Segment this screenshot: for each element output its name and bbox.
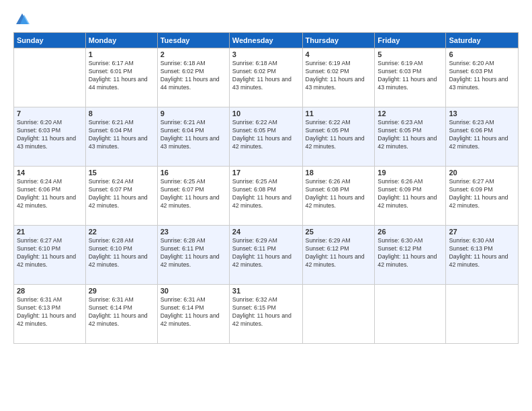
calendar-cell <box>302 285 375 344</box>
day-info: Sunrise: 6:21 AMSunset: 6:04 PMDaylight:… <box>89 119 154 151</box>
day-info: Sunrise: 6:17 AMSunset: 6:01 PMDaylight:… <box>89 60 154 92</box>
calendar-cell: 18Sunrise: 6:26 AMSunset: 6:08 PMDayligh… <box>302 167 375 226</box>
calendar-cell: 26Sunrise: 6:30 AMSunset: 6:12 PMDayligh… <box>375 226 446 285</box>
day-info: Sunrise: 6:30 AMSunset: 6:12 PMDaylight:… <box>378 237 443 269</box>
day-info: Sunrise: 6:25 AMSunset: 6:08 PMDaylight:… <box>232 178 300 210</box>
calendar-week-5: 28Sunrise: 6:31 AMSunset: 6:13 PMDayligh… <box>14 285 519 344</box>
day-info: Sunrise: 6:18 AMSunset: 6:02 PMDaylight:… <box>232 60 300 92</box>
day-number: 1 <box>89 50 154 58</box>
day-info: Sunrise: 6:22 AMSunset: 6:05 PMDaylight:… <box>306 119 372 151</box>
calendar-cell: 1Sunrise: 6:17 AMSunset: 6:01 PMDaylight… <box>85 48 157 107</box>
day-number: 14 <box>17 169 83 177</box>
day-info: Sunrise: 6:21 AMSunset: 6:04 PMDaylight:… <box>161 119 226 151</box>
day-number: 10 <box>232 109 300 118</box>
calendar-header-friday: Friday <box>375 33 446 48</box>
calendar-cell: 8Sunrise: 6:21 AMSunset: 6:04 PMDaylight… <box>85 107 157 167</box>
day-number: 19 <box>378 169 443 177</box>
calendar-cell: 10Sunrise: 6:22 AMSunset: 6:05 PMDayligh… <box>229 107 302 167</box>
day-number: 24 <box>232 228 300 236</box>
day-info: Sunrise: 6:31 AMSunset: 6:13 PMDaylight:… <box>17 296 83 328</box>
day-info: Sunrise: 6:31 AMSunset: 6:14 PMDaylight:… <box>89 296 154 328</box>
day-info: Sunrise: 6:31 AMSunset: 6:14 PMDaylight:… <box>161 296 226 328</box>
day-number: 15 <box>89 169 154 177</box>
calendar-cell: 24Sunrise: 6:29 AMSunset: 6:11 PMDayligh… <box>229 226 302 285</box>
day-number: 8 <box>89 109 154 118</box>
day-info: Sunrise: 6:24 AMSunset: 6:07 PMDaylight:… <box>89 178 154 210</box>
day-info: Sunrise: 6:26 AMSunset: 6:09 PMDaylight:… <box>378 178 443 210</box>
calendar-cell: 16Sunrise: 6:25 AMSunset: 6:07 PMDayligh… <box>157 167 229 226</box>
calendar-week-2: 7Sunrise: 6:20 AMSunset: 6:03 PMDaylight… <box>14 107 519 167</box>
calendar-cell: 14Sunrise: 6:24 AMSunset: 6:06 PMDayligh… <box>14 167 86 226</box>
calendar-cell: 12Sunrise: 6:23 AMSunset: 6:05 PMDayligh… <box>375 107 446 167</box>
day-number: 11 <box>306 109 372 118</box>
day-number: 31 <box>232 287 300 295</box>
calendar-header-wednesday: Wednesday <box>229 33 302 48</box>
day-number: 29 <box>89 287 154 295</box>
day-info: Sunrise: 6:20 AMSunset: 6:03 PMDaylight:… <box>17 119 83 151</box>
calendar-cell: 15Sunrise: 6:24 AMSunset: 6:07 PMDayligh… <box>85 167 157 226</box>
calendar-cell: 6Sunrise: 6:20 AMSunset: 6:03 PMDaylight… <box>446 48 519 107</box>
logo <box>13 12 30 26</box>
day-info: Sunrise: 6:23 AMSunset: 6:06 PMDaylight:… <box>449 119 515 151</box>
day-number: 7 <box>17 109 83 118</box>
calendar-cell: 9Sunrise: 6:21 AMSunset: 6:04 PMDaylight… <box>157 107 229 167</box>
calendar-cell <box>14 48 86 107</box>
calendar-cell <box>446 285 519 344</box>
calendar-table: SundayMondayTuesdayWednesdayThursdayFrid… <box>13 32 519 344</box>
day-info: Sunrise: 6:29 AMSunset: 6:11 PMDaylight:… <box>232 237 300 269</box>
logo-icon <box>15 12 30 27</box>
calendar-header-saturday: Saturday <box>446 33 519 48</box>
day-info: Sunrise: 6:28 AMSunset: 6:11 PMDaylight:… <box>161 237 226 269</box>
day-number: 30 <box>161 287 226 295</box>
day-info: Sunrise: 6:32 AMSunset: 6:15 PMDaylight:… <box>232 296 300 328</box>
page: SundayMondayTuesdayWednesdayThursdayFrid… <box>0 0 532 411</box>
day-number: 20 <box>449 169 515 177</box>
calendar-header-sunday: Sunday <box>14 33 86 48</box>
day-info: Sunrise: 6:27 AMSunset: 6:10 PMDaylight:… <box>17 237 83 269</box>
calendar-cell: 31Sunrise: 6:32 AMSunset: 6:15 PMDayligh… <box>229 285 302 344</box>
calendar-week-1: 1Sunrise: 6:17 AMSunset: 6:01 PMDaylight… <box>14 48 519 107</box>
day-number: 16 <box>161 169 226 177</box>
day-number: 23 <box>161 228 226 236</box>
day-number: 4 <box>306 50 372 58</box>
day-info: Sunrise: 6:24 AMSunset: 6:06 PMDaylight:… <box>17 178 83 210</box>
day-info: Sunrise: 6:27 AMSunset: 6:09 PMDaylight:… <box>449 178 515 210</box>
day-info: Sunrise: 6:25 AMSunset: 6:07 PMDaylight:… <box>161 178 226 210</box>
calendar-cell: 23Sunrise: 6:28 AMSunset: 6:11 PMDayligh… <box>157 226 229 285</box>
day-number: 3 <box>232 50 300 58</box>
day-info: Sunrise: 6:23 AMSunset: 6:05 PMDaylight:… <box>378 119 443 151</box>
calendar-week-3: 14Sunrise: 6:24 AMSunset: 6:06 PMDayligh… <box>14 167 519 226</box>
calendar-cell: 5Sunrise: 6:19 AMSunset: 6:03 PMDaylight… <box>375 48 446 107</box>
day-number: 9 <box>161 109 226 118</box>
calendar-cell: 20Sunrise: 6:27 AMSunset: 6:09 PMDayligh… <box>446 167 519 226</box>
calendar-header-monday: Monday <box>85 33 157 48</box>
calendar-header-tuesday: Tuesday <box>157 33 229 48</box>
calendar-cell: 3Sunrise: 6:18 AMSunset: 6:02 PMDaylight… <box>229 48 302 107</box>
day-number: 22 <box>89 228 154 236</box>
day-info: Sunrise: 6:26 AMSunset: 6:08 PMDaylight:… <box>306 178 372 210</box>
day-number: 25 <box>306 228 372 236</box>
calendar-cell: 13Sunrise: 6:23 AMSunset: 6:06 PMDayligh… <box>446 107 519 167</box>
calendar-week-4: 21Sunrise: 6:27 AMSunset: 6:10 PMDayligh… <box>14 226 519 285</box>
day-number: 2 <box>161 50 226 58</box>
day-number: 21 <box>17 228 83 236</box>
calendar-cell: 2Sunrise: 6:18 AMSunset: 6:02 PMDaylight… <box>157 48 229 107</box>
day-number: 12 <box>378 109 443 118</box>
calendar-cell: 27Sunrise: 6:30 AMSunset: 6:13 PMDayligh… <box>446 226 519 285</box>
calendar-cell: 17Sunrise: 6:25 AMSunset: 6:08 PMDayligh… <box>229 167 302 226</box>
calendar-cell: 4Sunrise: 6:19 AMSunset: 6:02 PMDaylight… <box>302 48 375 107</box>
day-number: 13 <box>449 109 515 118</box>
day-info: Sunrise: 6:29 AMSunset: 6:12 PMDaylight:… <box>306 237 372 269</box>
header <box>13 12 519 26</box>
day-number: 18 <box>306 169 372 177</box>
calendar-cell: 19Sunrise: 6:26 AMSunset: 6:09 PMDayligh… <box>375 167 446 226</box>
day-number: 26 <box>378 228 443 236</box>
day-info: Sunrise: 6:22 AMSunset: 6:05 PMDaylight:… <box>232 119 300 151</box>
day-number: 5 <box>378 50 443 58</box>
calendar-cell <box>375 285 446 344</box>
calendar-cell: 11Sunrise: 6:22 AMSunset: 6:05 PMDayligh… <box>302 107 375 167</box>
day-info: Sunrise: 6:20 AMSunset: 6:03 PMDaylight:… <box>449 60 515 92</box>
day-info: Sunrise: 6:18 AMSunset: 6:02 PMDaylight:… <box>161 60 226 92</box>
day-number: 27 <box>449 228 515 236</box>
day-number: 6 <box>449 50 515 58</box>
